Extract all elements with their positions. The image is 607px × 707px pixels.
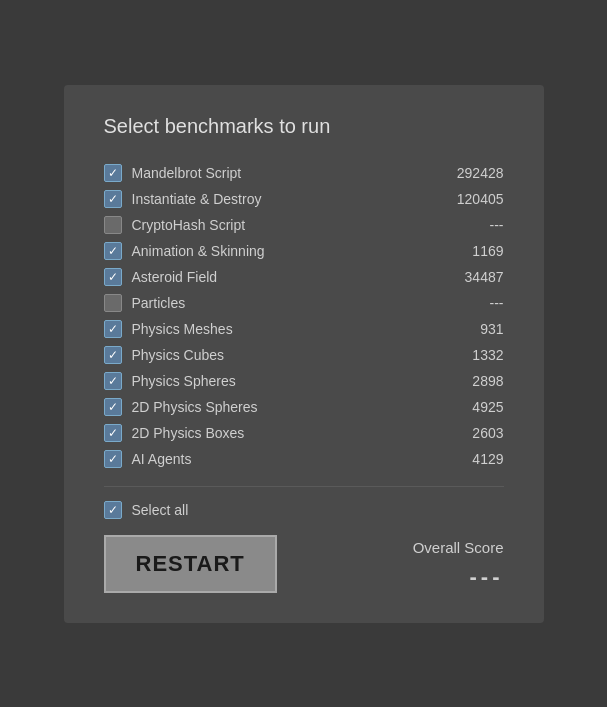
select-all-checkbox[interactable] [104, 501, 122, 519]
benchmark-label-animation-skinning: Animation & Skinning [132, 243, 265, 259]
benchmark-label-cryptohash-script: CryptoHash Script [132, 217, 246, 233]
benchmark-score-2d-physics-spheres: 4925 [444, 399, 504, 415]
benchmark-score-asteroid-field: 34487 [444, 269, 504, 285]
benchmark-label-ai-agents: AI Agents [132, 451, 192, 467]
benchmark-row: 2D Physics Boxes2603 [104, 420, 504, 446]
benchmark-label-2d-physics-spheres: 2D Physics Spheres [132, 399, 258, 415]
benchmark-label-physics-spheres: Physics Spheres [132, 373, 236, 389]
panel-title: Select benchmarks to run [104, 115, 504, 138]
benchmark-score-physics-meshes: 931 [444, 321, 504, 337]
benchmark-checkbox-2d-physics-boxes[interactable] [104, 424, 122, 442]
benchmark-label-asteroid-field: Asteroid Field [132, 269, 218, 285]
restart-button[interactable]: RESTART [104, 535, 277, 593]
benchmark-label-physics-meshes: Physics Meshes [132, 321, 233, 337]
benchmark-label-physics-cubes: Physics Cubes [132, 347, 225, 363]
benchmark-row: Animation & Skinning1169 [104, 238, 504, 264]
benchmark-checkbox-physics-cubes[interactable] [104, 346, 122, 364]
benchmark-row: CryptoHash Script--- [104, 212, 504, 238]
benchmark-checkbox-mandelbrot-script[interactable] [104, 164, 122, 182]
benchmark-row: Particles--- [104, 290, 504, 316]
benchmark-label-2d-physics-boxes: 2D Physics Boxes [132, 425, 245, 441]
benchmark-checkbox-particles[interactable] [104, 294, 122, 312]
benchmark-checkbox-instantiate-destroy[interactable] [104, 190, 122, 208]
benchmark-row: Instantiate & Destroy120405 [104, 186, 504, 212]
benchmark-list: Mandelbrot Script292428Instantiate & Des… [104, 160, 504, 472]
benchmark-score-instantiate-destroy: 120405 [444, 191, 504, 207]
benchmark-label-instantiate-destroy: Instantiate & Destroy [132, 191, 262, 207]
overall-score-value: --- [413, 564, 504, 590]
bottom-section: RESTART Overall Score --- [104, 535, 504, 593]
benchmark-checkbox-cryptohash-script[interactable] [104, 216, 122, 234]
benchmark-row: Physics Cubes1332 [104, 342, 504, 368]
benchmark-row: 2D Physics Spheres4925 [104, 394, 504, 420]
benchmark-checkbox-ai-agents[interactable] [104, 450, 122, 468]
benchmark-checkbox-animation-skinning[interactable] [104, 242, 122, 260]
benchmark-row: Mandelbrot Script292428 [104, 160, 504, 186]
benchmark-checkbox-physics-meshes[interactable] [104, 320, 122, 338]
select-all-label: Select all [132, 502, 189, 518]
benchmark-score-physics-spheres: 2898 [444, 373, 504, 389]
benchmark-score-ai-agents: 4129 [444, 451, 504, 467]
benchmark-score-2d-physics-boxes: 2603 [444, 425, 504, 441]
benchmark-label-particles: Particles [132, 295, 186, 311]
overall-score-label: Overall Score [413, 539, 504, 556]
benchmark-score-particles: --- [444, 295, 504, 311]
benchmark-label-mandelbrot-script: Mandelbrot Script [132, 165, 242, 181]
benchmark-row: Physics Meshes931 [104, 316, 504, 342]
benchmark-checkbox-physics-spheres[interactable] [104, 372, 122, 390]
benchmark-row: Asteroid Field34487 [104, 264, 504, 290]
divider [104, 486, 504, 487]
benchmark-checkbox-asteroid-field[interactable] [104, 268, 122, 286]
benchmark-panel: Select benchmarks to run Mandelbrot Scri… [64, 85, 544, 623]
select-all-row: Select all [104, 501, 504, 519]
benchmark-score-animation-skinning: 1169 [444, 243, 504, 259]
benchmark-score-cryptohash-script: --- [444, 217, 504, 233]
benchmark-row: Physics Spheres2898 [104, 368, 504, 394]
overall-section: Overall Score --- [413, 535, 504, 590]
benchmark-score-mandelbrot-script: 292428 [444, 165, 504, 181]
benchmark-row: AI Agents4129 [104, 446, 504, 472]
benchmark-checkbox-2d-physics-spheres[interactable] [104, 398, 122, 416]
benchmark-score-physics-cubes: 1332 [444, 347, 504, 363]
